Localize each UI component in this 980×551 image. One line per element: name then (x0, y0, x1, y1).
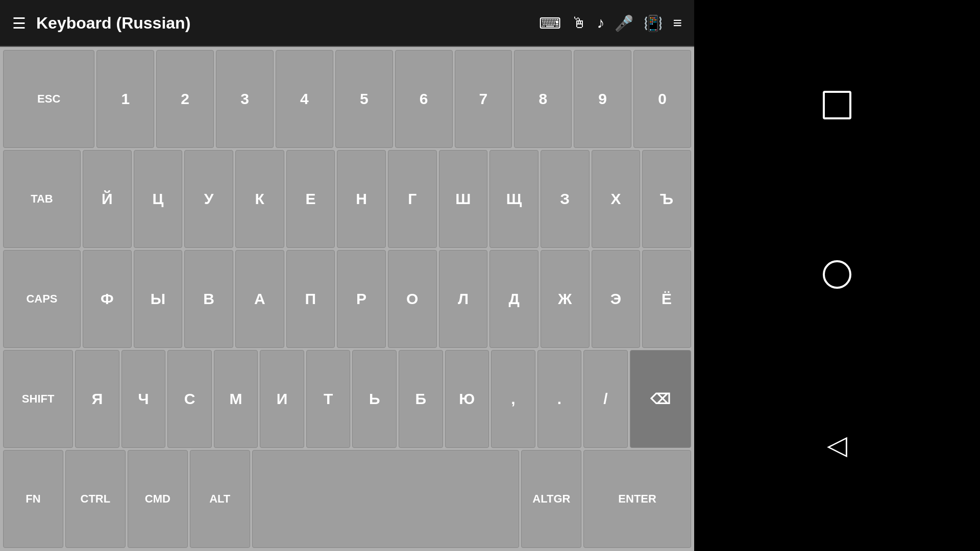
key-5[interactable]: 5 (335, 50, 393, 148)
key-х[interactable]: Х (592, 150, 641, 248)
key-к[interactable]: К (235, 150, 284, 248)
key-ь[interactable]: Ь (352, 350, 397, 448)
key-л[interactable]: Л (439, 250, 488, 348)
key-ю[interactable]: Ю (445, 350, 489, 448)
key-comma[interactable]: , (491, 350, 535, 448)
key-т[interactable]: Т (306, 350, 351, 448)
right-sidebar: ◁ (694, 0, 980, 551)
key-с[interactable]: С (167, 350, 212, 448)
key-tab[interactable]: TAB (3, 150, 81, 248)
key-е[interactable]: Е (286, 150, 335, 248)
key-а[interactable]: А (235, 250, 284, 348)
key-п[interactable]: П (286, 250, 335, 348)
key-backspace[interactable]: ⌫ (630, 350, 691, 448)
key-м[interactable]: М (214, 350, 258, 448)
key-caps[interactable]: CAPS (3, 250, 81, 348)
key-alt[interactable]: ALT (190, 450, 250, 548)
key-slash[interactable]: / (583, 350, 628, 448)
key-б[interactable]: Б (399, 350, 443, 448)
key-ы[interactable]: Ы (134, 250, 183, 348)
key-cmd[interactable]: CMD (128, 450, 188, 548)
key-н[interactable]: Н (337, 150, 386, 248)
key-6[interactable]: 6 (395, 50, 453, 148)
key-ч[interactable]: Ч (121, 350, 166, 448)
key-и[interactable]: И (260, 350, 304, 448)
key-р[interactable]: Р (337, 250, 386, 348)
key-о[interactable]: О (388, 250, 437, 348)
key-д[interactable]: Д (489, 250, 538, 348)
key-ш[interactable]: Ш (439, 150, 488, 248)
row-top: TAB Й Ц У К Е Н Г Ш Щ З Х Ъ (3, 150, 691, 248)
key-enter[interactable]: ENTER (583, 450, 691, 548)
key-ф[interactable]: Ф (83, 250, 132, 348)
triangle-icon[interactable]: ◁ (827, 430, 847, 460)
menu-icon[interactable]: ☰ (12, 14, 26, 32)
key-0[interactable]: 0 (633, 50, 691, 148)
key-й[interactable]: Й (83, 150, 132, 248)
key-altgr[interactable]: ALTGR (521, 450, 581, 548)
key-з[interactable]: З (541, 150, 590, 248)
key-shift[interactable]: SHIFT (3, 350, 73, 448)
key-2[interactable]: 2 (156, 50, 214, 148)
circle-icon[interactable] (823, 260, 851, 289)
square-icon[interactable] (823, 91, 851, 119)
key-esc[interactable]: ESC (3, 50, 94, 148)
key-3[interactable]: 3 (216, 50, 274, 148)
more-icon[interactable]: ≡ (673, 14, 682, 32)
key-щ[interactable]: Щ (489, 150, 538, 248)
page-title: Keyboard (Russian) (36, 14, 529, 33)
key-space[interactable] (252, 450, 520, 548)
vibrate-icon[interactable]: 📳 (644, 14, 663, 32)
key-я[interactable]: Я (75, 350, 119, 448)
row-function: FN CTRL CMD ALT ALTGR ENTER (3, 450, 691, 548)
key-fn[interactable]: FN (3, 450, 63, 548)
key-ctrl[interactable]: CTRL (65, 450, 126, 548)
keyboard-icon[interactable]: ⌨ (539, 14, 561, 32)
key-у[interactable]: У (184, 150, 233, 248)
mic-icon[interactable]: 🎤 (615, 14, 633, 32)
key-1[interactable]: 1 (96, 50, 154, 148)
key-4[interactable]: 4 (276, 50, 333, 148)
key-в[interactable]: В (184, 250, 233, 348)
music-icon[interactable]: ♪ (597, 14, 604, 32)
key-ж[interactable]: Ж (541, 250, 590, 348)
row-bottom: SHIFT Я Ч С М И Т Ь Б Ю , . / ⌫ (3, 350, 691, 448)
row-numbers: ESC 1 2 3 4 5 6 7 8 9 0 (3, 50, 691, 148)
header: ☰ Keyboard (Russian) ⌨ 🖱 ♪ 🎤 📳 ≡ (0, 0, 694, 46)
key-ё[interactable]: Ё (642, 250, 691, 348)
key-8[interactable]: 8 (514, 50, 572, 148)
mouse-icon[interactable]: 🖱 (571, 14, 586, 32)
key-period[interactable]: . (537, 350, 582, 448)
keyboard: ESC 1 2 3 4 5 6 7 8 9 0 TAB Й Ц У К Е Н … (0, 46, 694, 551)
key-7[interactable]: 7 (455, 50, 512, 148)
key-г[interactable]: Г (388, 150, 437, 248)
key-ц[interactable]: Ц (134, 150, 183, 248)
key-ъ[interactable]: Ъ (642, 150, 691, 248)
key-э[interactable]: Э (592, 250, 641, 348)
row-middle: CAPS Ф Ы В А П Р О Л Д Ж Э Ё (3, 250, 691, 348)
key-9[interactable]: 9 (574, 50, 631, 148)
